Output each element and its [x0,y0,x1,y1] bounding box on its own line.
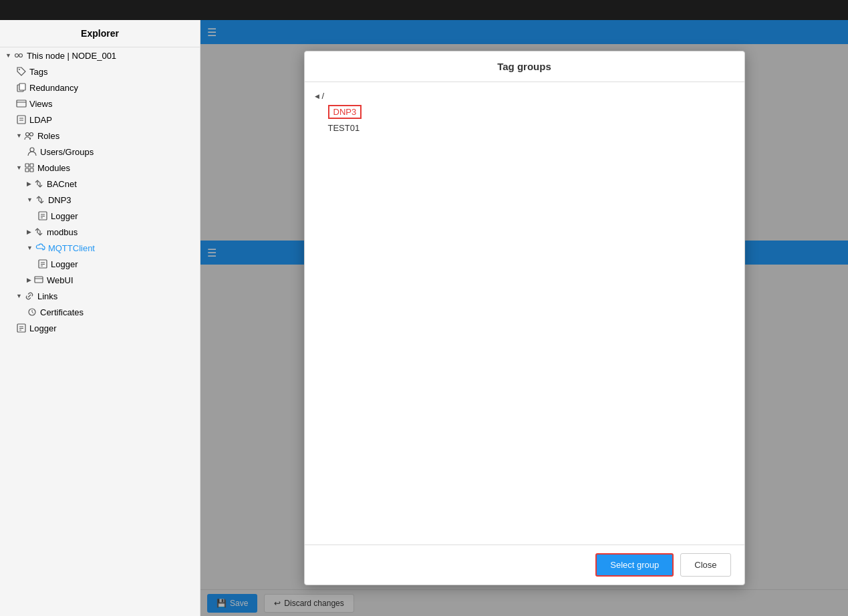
cloud-icon [35,243,45,253]
svg-rect-14 [25,164,29,167]
tree-item-bacnet[interactable]: ▶ BACnet [0,176,200,192]
exchange-icon-dnp3 [35,194,45,205]
main-layout: Explorer ▼ This node | NODE_001 Tags [0,20,848,616]
links-icon [24,291,35,301]
tree-item-ldap[interactable]: LDAP [0,112,200,128]
tree-item-mqtt-logger[interactable]: Logger [0,256,200,272]
modal-title: Tag groups [305,51,744,82]
modal-item-test01-label: TEST01 [328,123,360,133]
tree-label-roles: Roles [37,131,59,141]
tree-item-node-root[interactable]: ▼ This node | NODE_001 [0,47,200,63]
tree-label-mqttclient: MQTTClient [48,243,95,253]
tree-label-links: Links [37,291,57,301]
tree-label-bacnet: BACnet [47,179,77,189]
users-icon [27,146,37,157]
modal-breadcrumb-row: ◀ / [311,89,738,103]
tree-label-views: Views [29,99,52,109]
collapse-arrow-modbus: ▶ [27,228,31,235]
tag-icon [16,66,27,77]
svg-point-12 [29,133,33,136]
tree-item-links[interactable]: ▼ Links [0,288,200,304]
collapse-arrow: ▼ [5,52,11,59]
tree-label-logger-root: Logger [29,323,56,333]
tag-groups-modal: Tag groups ◀ / DNP3 TEST01 [304,51,745,585]
collapse-arrow-links: ▼ [16,293,22,299]
collapse-arrow-dnp3: ▼ [27,196,33,203]
svg-point-13 [30,148,34,152]
sidebar-title: Explorer [0,20,200,47]
sidebar: Explorer ▼ This node | NODE_001 Tags [0,20,200,616]
tree-label-dnp3: DNP3 [48,195,72,205]
svg-rect-6 [17,100,26,107]
tree-label-dnp3-logger: Logger [51,211,78,221]
modal-collapse-arrow: ◀ [315,93,319,100]
svg-rect-17 [30,168,33,172]
exchange-icon-modbus [33,226,44,237]
tree-item-tags[interactable]: Tags [0,63,200,80]
svg-rect-5 [19,84,25,90]
tree-label-node-root: This node | NODE_001 [27,51,116,61]
close-button[interactable]: Close [680,553,730,577]
tree-label-ldap: LDAP [29,115,52,125]
views-icon [16,98,27,109]
certificates-icon [27,307,37,317]
collapse-arrow-roles: ▼ [16,132,22,139]
modal-item-test01[interactable]: TEST01 [311,121,738,135]
tree-label-webui: WebUI [47,275,74,285]
svg-rect-16 [25,168,29,172]
svg-rect-8 [17,116,25,124]
top-bar [0,0,848,20]
tree-item-modules[interactable]: ▼ Modules [0,160,200,176]
select-group-button[interactable]: Select group [595,553,674,577]
tree-item-roles[interactable]: ▼ Roles [0,128,200,144]
tree-item-mqttclient[interactable]: ▼ MQTTClient [0,240,200,256]
ldap-icon [16,114,27,125]
collapse-arrow-bacnet: ▶ [27,180,31,187]
modal-item-dnp3[interactable]: DNP3 [311,103,738,121]
tree-label-certificates: Certificates [40,307,84,317]
svg-rect-32 [35,277,43,283]
tree-label-modbus: modbus [47,227,78,237]
modal-overlay: Tag groups ◀ / DNP3 TEST01 [200,20,848,616]
svg-rect-15 [30,164,33,167]
gear-group-icon [13,50,24,61]
logger-icon-mqtt [37,259,48,269]
exchange-icon-bacnet [33,178,44,189]
logger-icon-dnp3 [37,210,48,221]
webui-icon [33,275,44,285]
modal-footer: Select group Close [305,545,744,585]
tree-item-redundancy[interactable]: Redundancy [0,80,200,96]
modal-body: ◀ / DNP3 TEST01 [305,82,744,545]
tree-label-users-groups: Users/Groups [40,147,94,157]
content-area: ☰ ☰ 💾 Save ↩ Discard changes Tag groups [200,20,848,616]
tree-item-views[interactable]: Views [0,96,200,112]
tree-item-dnp3[interactable]: ▼ DNP3 [0,192,200,208]
tree-item-modbus[interactable]: ▶ modbus [0,224,200,240]
copy-icon [16,82,27,93]
collapse-arrow-modules: ▼ [16,164,22,171]
collapse-arrow-mqtt: ▼ [27,245,33,251]
tree-label-tags: Tags [29,67,47,77]
modules-icon [24,162,35,173]
svg-point-0 [15,54,18,57]
logger-icon-root [16,323,27,333]
roles-icon [24,130,35,141]
tree-item-dnp3-logger[interactable]: Logger [0,208,200,224]
tree-item-users-groups[interactable]: Users/Groups [0,144,200,160]
svg-point-3 [19,69,20,70]
tree-item-certificates[interactable]: Certificates [0,304,200,320]
tree-item-webui[interactable]: ▶ WebUI [0,272,200,288]
tree-item-logger-root[interactable]: Logger [0,320,200,336]
svg-point-1 [19,54,22,57]
modal-item-dnp3-label: DNP3 [328,105,362,119]
tree-label-mqtt-logger: Logger [51,259,78,269]
svg-point-11 [25,133,29,136]
tree-label-modules: Modules [37,163,70,173]
collapse-arrow-webui: ▶ [27,277,31,283]
modal-breadcrumb: / [322,91,325,101]
tree-label-redundancy: Redundancy [29,83,78,93]
